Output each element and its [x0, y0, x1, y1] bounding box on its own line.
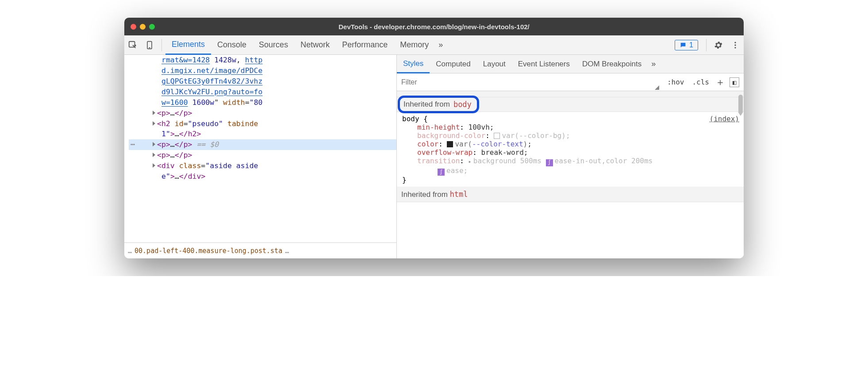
subtab-event-listeners[interactable]: Event Listeners [512, 55, 576, 73]
inherited-from-html[interactable]: Inherited from html [397, 187, 744, 202]
styles-filter-input[interactable] [397, 77, 655, 88]
styles-subtabs: StylesComputedLayoutEvent ListenersDOM B… [397, 55, 744, 73]
color-swatch-icon[interactable] [447, 141, 453, 147]
more-tabs-chevron-icon[interactable]: » [435, 40, 446, 50]
kebab-menu-icon[interactable] [728, 38, 743, 53]
device-toolbar-icon[interactable] [142, 38, 157, 53]
inherited-selector: html [450, 190, 468, 199]
settings-gear-icon[interactable] [711, 38, 726, 53]
svg-point-5 [734, 47, 736, 48]
tab-network[interactable]: Network [294, 35, 336, 54]
toggle-rendering-icon[interactable]: ◧ [730, 77, 739, 87]
issues-count: 1 [689, 41, 693, 49]
expand-triangle-icon[interactable] [153, 153, 155, 157]
workarea: rmat&w=1428 1428w, httpd.imgix.net/image… [124, 55, 744, 258]
devtools-window: DevTools - developer.chrome.com/blog/new… [124, 18, 744, 258]
tab-memory[interactable]: Memory [394, 35, 435, 54]
dom-row[interactable]: rmat&w=1428 1428w, http [129, 55, 396, 65]
styles-panel: StylesComputedLayoutEvent ListenersDOM B… [397, 55, 744, 258]
dom-panel: rmat&w=1428 1428w, httpd.imgix.net/image… [124, 55, 397, 258]
css-declaration[interactable]: min-height: 100vh; [402, 123, 739, 131]
dom-row[interactable]: <p>…</p> == $0 [129, 139, 396, 150]
dom-row[interactable]: gLQPGtEG3y0fTn4v82/3vhz [129, 76, 396, 87]
rule-source-link[interactable]: (index) [710, 115, 739, 123]
inherited-selector: body [453, 100, 472, 109]
breadcrumb[interactable]: … 00.pad-left-400.measure-long.post.sta … [124, 242, 396, 258]
close-window-button[interactable] [131, 24, 136, 30]
minimize-window-button[interactable] [140, 24, 146, 30]
new-style-rule-icon[interactable]: ＋ [715, 76, 725, 89]
inherited-from-body[interactable]: Inherited from body [397, 97, 744, 112]
issues-badge[interactable]: 1 [675, 40, 698, 50]
bezier-swatch-icon[interactable]: ∫ [546, 159, 553, 166]
subtab-layout[interactable]: Layout [477, 55, 512, 73]
inherited-label: Inherited from [403, 100, 450, 109]
tab-performance[interactable]: Performance [336, 35, 394, 54]
css-declaration[interactable]: overflow-wrap: break-word; [402, 148, 739, 157]
css-rule-block[interactable]: (index) body { min-height: 100vh;backgro… [397, 112, 744, 187]
svg-point-4 [734, 44, 736, 46]
dom-row[interactable]: <p>…</p> [129, 108, 396, 119]
traffic-lights [131, 24, 155, 30]
rule-selector: body [402, 115, 419, 123]
dom-row[interactable]: d9lJKcYw2FU.png?auto=fo [129, 87, 396, 97]
color-swatch-icon[interactable] [494, 133, 500, 139]
breadcrumb-ellipsis: … [128, 247, 132, 255]
main-toolbar: ElementsConsoleSourcesNetworkPerformance… [124, 35, 744, 55]
subtab-computed[interactable]: Computed [430, 55, 476, 73]
styles-filter-bar: :hov .cls ＋ ◧ [397, 73, 744, 91]
maximize-window-button[interactable] [149, 24, 155, 30]
dom-row[interactable]: e">…</div> [129, 171, 396, 182]
window-title: DevTools - developer.chrome.com/blog/new… [124, 23, 744, 31]
cls-toggle[interactable]: .cls [690, 77, 711, 87]
titlebar: DevTools - developer.chrome.com/blog/new… [124, 18, 744, 35]
tab-elements[interactable]: Elements [165, 36, 211, 55]
subtab-dom-breakpoints[interactable]: DOM Breakpoints [576, 55, 648, 73]
breadcrumb-ellipsis: … [285, 247, 289, 255]
css-declaration[interactable]: color: var(--color-text); [402, 140, 739, 148]
expand-triangle-icon[interactable] [153, 142, 155, 146]
breadcrumb-path: 00.pad-left-400.measure-long.post.sta [134, 247, 282, 255]
message-icon [680, 42, 687, 49]
css-declaration-cont: ∫ease; [402, 166, 739, 176]
inherited-label: Inherited from [401, 190, 448, 199]
resize-handle-icon[interactable] [655, 85, 659, 90]
hov-toggle[interactable]: :hov [665, 77, 686, 87]
css-declaration[interactable]: background-color: var(--color-bg); [402, 131, 739, 140]
expand-triangle-icon[interactable] [153, 163, 155, 168]
subtab-styles[interactable]: Styles [397, 55, 430, 73]
expand-triangle-icon[interactable] [153, 111, 155, 115]
more-subtabs-chevron-icon[interactable]: » [648, 59, 659, 69]
dom-row[interactable]: <h2 id="pseudo" tabinde [129, 119, 396, 129]
dom-tree[interactable]: rmat&w=1428 1428w, httpd.imgix.net/image… [124, 55, 396, 242]
expand-triangle-icon[interactable] [153, 121, 155, 126]
bezier-swatch-icon[interactable]: ∫ [438, 169, 445, 176]
tab-sources[interactable]: Sources [253, 35, 294, 54]
dom-row[interactable]: <div class="aside aside [129, 161, 396, 171]
dom-row[interactable]: d.imgix.net/image/dPDCe [129, 65, 396, 76]
dom-row[interactable]: 1">…</h2> [129, 129, 396, 139]
dom-row[interactable]: w=1600 1600w" width="80 [129, 97, 396, 108]
panel-tabs: ElementsConsoleSourcesNetworkPerformance… [165, 35, 435, 54]
scroll-thumb[interactable] [738, 95, 743, 116]
dom-row[interactable]: <p>…</p> [129, 150, 396, 161]
expand-shorthand-icon[interactable]: ▸ [469, 158, 472, 165]
inspect-element-icon[interactable] [125, 38, 140, 53]
css-declaration[interactable]: transition: ▸background 500ms ∫ease-in-o… [402, 157, 739, 166]
tab-console[interactable]: Console [211, 35, 253, 54]
svg-point-3 [734, 42, 736, 43]
